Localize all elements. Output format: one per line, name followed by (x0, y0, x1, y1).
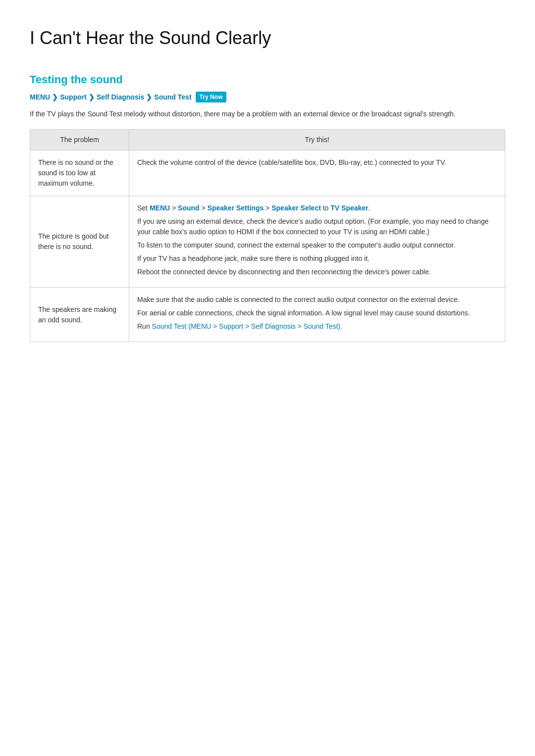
sound-link: Sound (178, 204, 200, 212)
table-row: The speakers are making an odd sound. Ma… (30, 288, 505, 342)
speaker-settings-link: Speaker Settings (208, 204, 264, 212)
problem-cell-1: There is no sound or the sound is too lo… (30, 151, 129, 196)
breadcrumb-sound-test: Sound Test (154, 92, 191, 102)
solution-line: Make sure that the audio cable is connec… (137, 295, 497, 305)
breadcrumb-self-diagnosis: Self Diagnosis (97, 92, 144, 102)
breadcrumb-sep-2: ❯ (89, 92, 95, 102)
solution-line: Run Sound Test (MENU > Support > Self Di… (137, 321, 497, 332)
problem-table: The problem Try this! There is no sound … (30, 129, 505, 342)
page-title: I Can't Hear the Sound Clearly (30, 25, 505, 51)
breadcrumb-sep-3: ❯ (146, 92, 152, 102)
solution-line: To listen to the computer sound, connect… (137, 240, 497, 251)
sound-test-link: Sound Test (MENU > Support > Self Diagno… (152, 322, 340, 330)
problem-cell-2: The picture is good but there is no soun… (30, 196, 129, 288)
breadcrumb: MENU ❯ Support ❯ Self Diagnosis ❯ Sound … (30, 92, 505, 102)
table-row: There is no sound or the sound is too lo… (30, 151, 505, 196)
breadcrumb-sep-1: ❯ (52, 92, 58, 102)
menu-link: MENU (150, 204, 170, 212)
problem-cell-3: The speakers are making an odd sound. (30, 288, 129, 342)
solution-line: For aerial or cable connections, check t… (137, 308, 497, 318)
breadcrumb-menu: MENU (30, 92, 50, 102)
solution-line: Set MENU > Sound > Speaker Settings > Sp… (137, 203, 497, 213)
tv-speaker-link: TV Speaker (330, 204, 368, 212)
breadcrumb-support: Support (60, 92, 87, 102)
solution-line: If your TV has a headphone jack, make su… (137, 253, 497, 264)
speaker-select-link: Speaker Select (271, 204, 321, 212)
table-header-problem: The problem (30, 130, 129, 151)
section-title: Testing the sound (30, 71, 505, 88)
table-row: The picture is good but there is no soun… (30, 196, 505, 288)
solution-cell-2: Set MENU > Sound > Speaker Settings > Sp… (129, 196, 505, 288)
solution-cell-3: Make sure that the audio cable is connec… (129, 288, 505, 342)
intro-text: If the TV plays the Sound Test melody wi… (30, 108, 505, 119)
table-header-solution: Try this! (129, 130, 505, 151)
solution-line: If you are using an external device, che… (137, 216, 497, 237)
solution-line: Reboot the connected device by disconnec… (137, 267, 497, 277)
try-now-badge[interactable]: Try Now (196, 92, 227, 102)
solution-cell-1: Check the volume control of the device (… (129, 151, 505, 196)
